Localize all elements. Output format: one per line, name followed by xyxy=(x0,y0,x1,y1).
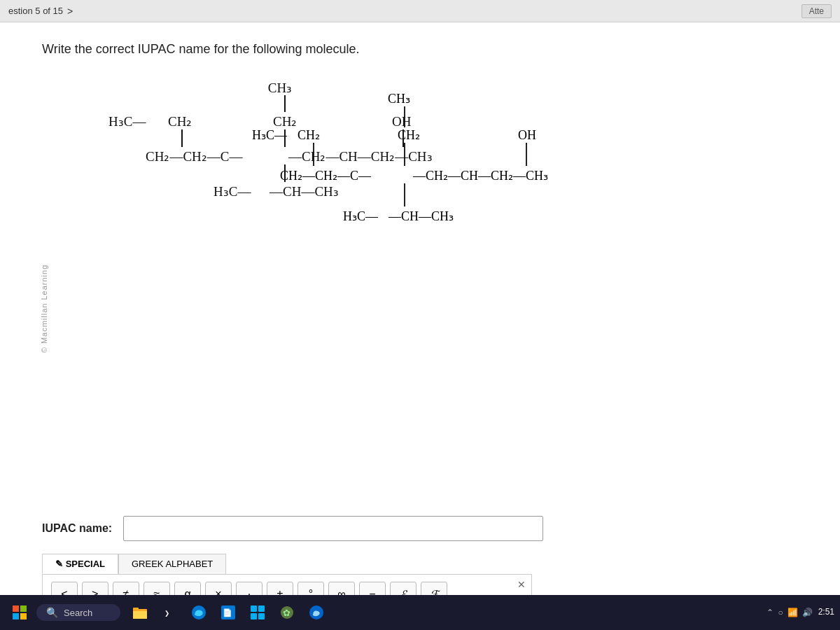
svg-text:H₃C—: H₃C— xyxy=(214,184,251,199)
special-icon: ✎ xyxy=(55,559,63,569)
key-degree[interactable]: ° xyxy=(298,582,324,595)
iupac-section: IUPAC name: xyxy=(42,516,812,541)
svg-text:CH₃: CH₃ xyxy=(268,80,292,95)
system-tray: ⌃ ○ 📶 🔊 2:51 xyxy=(766,607,834,618)
search-text: Search xyxy=(64,608,92,618)
edge-icon[interactable] xyxy=(185,598,213,626)
watermark: © Macmillan Learning xyxy=(40,265,48,354)
grid-icon[interactable] xyxy=(244,598,272,626)
key-alpha[interactable]: α xyxy=(174,582,201,595)
svg-text:—CH—CH₃: —CH—CH₃ xyxy=(269,184,339,199)
svg-text:CH₂: CH₂ xyxy=(273,114,297,129)
key-pm[interactable]: ± xyxy=(267,582,293,595)
key-neq[interactable]: ≠ xyxy=(113,582,139,595)
key-dot[interactable]: · xyxy=(236,582,262,595)
key-minus[interactable]: − xyxy=(359,582,386,595)
tab-greek[interactable]: GREEK ALPHABET xyxy=(118,554,226,574)
svg-text:❯: ❯ xyxy=(164,608,169,618)
taskbar-icons: ❯ 📄 xyxy=(126,598,330,626)
molecule-svg: CH₃ H₃C— CH₂ CH₂ OH CH₂—CH₂—C— —CH₂—CH—C… xyxy=(42,71,602,267)
edge-browser-icon[interactable] xyxy=(302,598,330,626)
svg-rect-34 xyxy=(133,608,139,611)
taskbar: 🔍 Search ❯ xyxy=(0,595,840,630)
svg-text:OH: OH xyxy=(392,114,412,129)
tab-special[interactable]: ✎ SPECIAL xyxy=(42,554,118,574)
taskbar-search[interactable]: 🔍 Search xyxy=(36,604,120,621)
keyboard-area: ✎ SPECIAL GREEK ALPHABET ✕ < ≥ ≠ ≈ α × ·… xyxy=(42,554,812,595)
att-button[interactable]: Atte xyxy=(802,4,832,18)
time: 2:51 xyxy=(818,607,834,618)
svg-text:—CH₂—CH—CH₂—CH₃: —CH₂—CH—CH₂—CH₃ xyxy=(288,149,433,164)
key-script-e[interactable]: ℰ xyxy=(390,582,416,595)
top-bar: estion 5 of 15 > Atte xyxy=(0,0,840,22)
svg-text:✿: ✿ xyxy=(283,608,290,618)
document-icon[interactable]: 📄 xyxy=(214,598,242,626)
keyboard-tabs: ✎ SPECIAL GREEK ALPHABET xyxy=(42,554,812,574)
bell-icon[interactable]: ○ xyxy=(778,608,783,617)
main-content: © Macmillan Learning Write the correct I… xyxy=(0,22,840,595)
question-label: estion 5 of 15 xyxy=(8,6,63,16)
question-text: Write the correct IUPAC name for the fol… xyxy=(42,42,812,57)
close-icon[interactable]: ✕ xyxy=(517,579,526,590)
keyboard-panel: ✕ < ≥ ≠ ≈ α × · ± ° ∞ − ℰ ℱ ℓ ℳ xyxy=(42,574,532,595)
svg-text:CH₂: CH₂ xyxy=(168,114,192,129)
svg-rect-33 xyxy=(133,611,147,619)
file-explorer-icon[interactable] xyxy=(126,598,154,626)
svg-rect-43 xyxy=(258,613,265,620)
svg-text:H₃C—: H₃C— xyxy=(108,114,146,129)
flower-icon[interactable]: ✿ xyxy=(273,598,301,626)
svg-rect-40 xyxy=(251,606,257,612)
svg-rect-41 xyxy=(258,606,265,612)
wifi-icon[interactable]: 📶 xyxy=(788,608,798,617)
svg-rect-28 xyxy=(13,606,19,612)
volume-icon[interactable]: 🔊 xyxy=(802,608,813,617)
key-infinity[interactable]: ∞ xyxy=(328,582,355,595)
chevron-up-icon[interactable]: ⌃ xyxy=(766,608,774,617)
terminal-icon[interactable]: ❯ xyxy=(155,598,183,626)
svg-rect-29 xyxy=(20,606,27,612)
svg-text:📄: 📄 xyxy=(223,608,232,617)
question-nav: estion 5 of 15 > xyxy=(8,6,73,17)
clock[interactable]: 2:51 xyxy=(818,607,834,618)
key-script-f[interactable]: ℱ xyxy=(421,582,447,595)
sys-tray-icons: ⌃ ○ 📶 🔊 xyxy=(766,608,812,617)
svg-rect-30 xyxy=(13,613,19,620)
iupac-label: IUPAC name: xyxy=(42,522,112,535)
search-icon: 🔍 xyxy=(46,607,58,618)
chevron-icon[interactable]: > xyxy=(67,6,73,17)
svg-text:CH₂—CH₂—C—: CH₂—CH₂—C— xyxy=(146,149,243,164)
key-geq[interactable]: ≥ xyxy=(82,582,108,595)
iupac-input[interactable] xyxy=(123,516,543,541)
molecule-container: CH₃ H₃C— CH₂ CH₂ OH CH₂—CH₂—C— —CH₂—CH—C… xyxy=(42,71,840,270)
key-less[interactable]: < xyxy=(51,582,78,595)
key-times[interactable]: × xyxy=(205,582,232,595)
start-button[interactable] xyxy=(6,598,34,626)
key-approx[interactable]: ≈ xyxy=(144,582,170,595)
svg-rect-42 xyxy=(251,613,257,620)
svg-rect-31 xyxy=(20,613,27,620)
